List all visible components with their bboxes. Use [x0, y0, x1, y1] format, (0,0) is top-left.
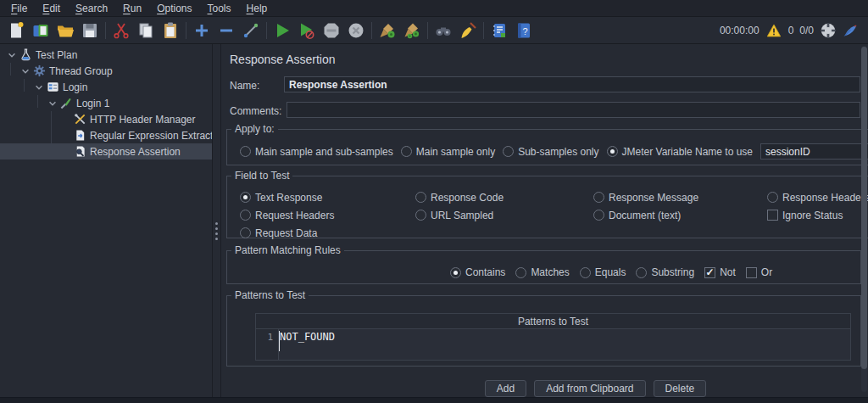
pattern-cell-editor[interactable]: NOT_FOUND	[279, 329, 850, 360]
rule-not-checkbox[interactable]: ✓Not	[704, 266, 736, 278]
add-from-clipboard-button[interactable]: Add from Clipboard	[534, 380, 645, 397]
paste-button[interactable]	[159, 20, 181, 42]
tree-item-label: Login	[63, 81, 87, 93]
tree-item-thread-group[interactable]: Thread Group	[0, 63, 212, 79]
field-response-headers-radio[interactable]: Response Headers	[767, 192, 868, 204]
radio-label: URL Sampled	[431, 210, 493, 221]
rule-contains-radio[interactable]: Contains	[450, 266, 505, 278]
field-document-text-radio[interactable]: Document (text)	[593, 210, 767, 221]
apply-main-only-radio[interactable]: Main sample only	[401, 146, 495, 158]
radio-label: Response Message	[609, 192, 698, 204]
comments-input[interactable]	[287, 102, 860, 118]
chevron-down-icon[interactable]	[46, 98, 59, 109]
chevron-down-icon[interactable]	[5, 49, 19, 61]
new-file-button[interactable]	[5, 20, 27, 42]
help-icon: ?	[515, 21, 533, 40]
name-input[interactable]	[284, 76, 860, 92]
scrollbar-thumb[interactable]	[861, 47, 867, 369]
page-title: Response Assertion	[230, 53, 336, 66]
tree-item-login[interactable]: Login	[0, 79, 212, 95]
radio-selected-icon	[450, 267, 461, 278]
field-to-test-group-title: Field to Test	[231, 170, 292, 182]
checkbox-label: Or	[761, 266, 772, 278]
chevron-down-icon[interactable]	[32, 81, 46, 93]
radio-label: Response Headers	[782, 192, 868, 204]
field-response-code-radio[interactable]: Response Code	[415, 192, 593, 204]
collapse-button[interactable]	[215, 20, 237, 42]
add-button[interactable]: Add	[485, 380, 526, 397]
rule-matches-radio[interactable]: Matches	[515, 266, 569, 278]
radio-icon	[636, 267, 647, 278]
templates-button[interactable]	[30, 20, 52, 42]
field-text-response-radio[interactable]: Text Response	[240, 192, 415, 204]
tree-item-http-header-manager[interactable]: HTTP Header Manager	[0, 111, 212, 127]
jmeter-feather-icon	[843, 24, 858, 37]
apply-jmeter-variable-radio[interactable]: JMeter Variable Name to use	[607, 146, 754, 158]
menu-edit[interactable]: Edit	[35, 1, 68, 16]
test-plan-flask-icon	[19, 48, 32, 62]
start-button[interactable]	[271, 20, 293, 42]
delete-button[interactable]: Delete	[654, 380, 707, 397]
field-response-message-radio[interactable]: Response Message	[593, 192, 767, 204]
radio-icon	[240, 210, 251, 221]
pane-splitter[interactable]	[212, 44, 221, 397]
collapse-minus-icon	[217, 21, 236, 40]
rule-equals-radio[interactable]: Equals	[580, 266, 626, 278]
clear-all-button[interactable]	[401, 20, 423, 42]
shutdown-icon	[347, 21, 365, 40]
chevron-down-icon[interactable]	[19, 65, 32, 77]
menu-search[interactable]: Search	[68, 1, 115, 16]
menu-run[interactable]: Run	[115, 1, 149, 16]
checkbox-label: Ignore Status	[782, 210, 843, 221]
radio-label: Response Code	[431, 192, 504, 204]
name-label: Name:	[230, 80, 259, 92]
start-no-pauses-button[interactable]	[296, 20, 318, 42]
menu-file[interactable]: File	[3, 1, 35, 16]
tree-item-test-plan[interactable]: Test Plan	[0, 47, 212, 63]
save-button[interactable]	[79, 20, 101, 42]
tree-item-label: HTTP Header Manager	[90, 114, 196, 126]
menu-tools[interactable]: Tools	[200, 1, 239, 16]
copy-button[interactable]	[135, 20, 157, 42]
warning-icon	[766, 23, 782, 38]
apply-main-and-sub-radio[interactable]: Main sample and sub-samples	[240, 146, 393, 158]
jmeter-variable-name-input[interactable]	[760, 143, 868, 160]
search-button[interactable]	[432, 20, 454, 42]
search-reset-button[interactable]	[457, 20, 479, 42]
cut-button[interactable]	[110, 20, 132, 42]
apply-sub-only-radio[interactable]: Sub-samples only	[503, 146, 598, 158]
help-button[interactable]: ?	[513, 20, 535, 42]
radio-icon	[593, 210, 604, 221]
clear-button[interactable]	[376, 20, 398, 42]
field-url-sampled-radio[interactable]: URL Sampled	[415, 210, 593, 221]
error-count: 0	[788, 25, 794, 36]
field-request-data-radio[interactable]: Request Data	[240, 227, 415, 239]
threads-indicator-icon	[820, 22, 837, 39]
rule-or-checkbox[interactable]: Or	[746, 266, 772, 278]
expand-button[interactable]	[191, 20, 213, 42]
radio-label: Request Headers	[255, 210, 334, 221]
rule-substring-radio[interactable]: Substring	[636, 266, 694, 278]
ignore-status-checkbox[interactable]: Ignore Status	[767, 210, 868, 221]
tree-item-response-assertion[interactable]: Response Assertion	[0, 143, 212, 160]
tree-item-regex-extractor[interactable]: Regular Expression Extractor	[0, 127, 212, 143]
function-helper-button[interactable]	[488, 20, 510, 42]
log-errors-button[interactable]	[765, 22, 782, 39]
stop-icon	[322, 21, 341, 40]
svg-text:?: ?	[522, 26, 527, 36]
stop-button[interactable]	[320, 20, 342, 42]
radio-icon	[580, 267, 591, 278]
shutdown-button[interactable]	[345, 20, 367, 42]
vertical-scrollbar[interactable]	[861, 46, 867, 392]
radio-label: Substring	[651, 266, 694, 278]
field-request-headers-radio[interactable]: Request Headers	[240, 210, 415, 221]
open-button[interactable]	[54, 20, 76, 42]
tree-item-login-1[interactable]: Login 1	[0, 95, 212, 111]
radio-label: JMeter Variable Name to use	[622, 146, 754, 158]
menu-options[interactable]: Options	[149, 1, 199, 16]
toggle-button[interactable]	[240, 20, 262, 42]
menu-help[interactable]: Help	[239, 1, 275, 16]
clear-all-icon	[403, 21, 421, 40]
comments-label: Comments:	[230, 105, 281, 117]
radio-icon	[767, 192, 778, 203]
